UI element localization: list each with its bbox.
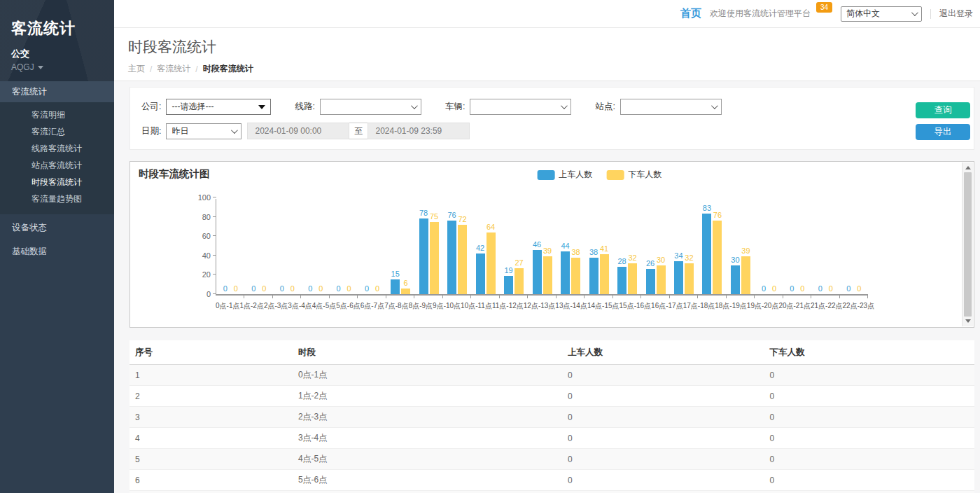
date-from-input[interactable]: 2024-01-09 00:00 (247, 123, 349, 139)
bar-value: 30 (657, 256, 665, 264)
search-button[interactable]: 查询 (916, 102, 970, 118)
bar-上车人数-14点-15点[interactable]: 28 (617, 267, 626, 294)
bar-上车人数-16点-17点[interactable]: 34 (674, 261, 683, 294)
table-row-3[interactable]: 32点-3点00 (130, 407, 974, 428)
sidebar-item-base-data[interactable]: 基础数据 (0, 239, 114, 263)
bar-value: 27 (514, 258, 523, 267)
bar-value: 76 (447, 211, 456, 219)
bar-value: 34 (674, 251, 682, 260)
bar-value: 6 (404, 279, 408, 287)
bar-上车人数-7点-8点[interactable]: 78 (419, 218, 428, 294)
company-select[interactable]: ---请选择--- (166, 99, 271, 115)
sidebar-item-客流明细[interactable]: 客流明细 (0, 106, 114, 123)
bar-下车人数-12点-13点[interactable]: 38 (571, 258, 580, 294)
scroll-up-icon[interactable] (965, 166, 971, 169)
chart-scrollbar[interactable] (962, 162, 973, 326)
logout-link[interactable]: 退出登录 (939, 8, 973, 20)
bar-value: 44 (561, 242, 569, 250)
bar-下车人数-15点-16点[interactable]: 30 (657, 265, 666, 294)
chart-panel: 时段车流统计图 上车人数下车人数 02040608010000000000000… (130, 161, 974, 328)
notification-badge[interactable]: 34 (816, 2, 832, 13)
line-select[interactable] (320, 99, 421, 115)
bar-下车人数-16点-17点[interactable]: 32 (685, 263, 694, 294)
bar-value: 0 (223, 284, 227, 293)
table-row-1[interactable]: 10点-1点00 (130, 365, 974, 386)
bar-上车人数-15点-16点[interactable]: 26 (646, 269, 655, 294)
legend-item-上车人数[interactable]: 上车人数 (537, 169, 592, 181)
language-select-value: 简体中文 (846, 8, 880, 20)
legend-item-下车人数[interactable]: 下车人数 (606, 169, 662, 181)
scrollbar-thumb[interactable] (964, 172, 972, 317)
x-axis-label-11点-12点: 11点-12点 (492, 301, 524, 311)
column-header-boarding: 上车人数 (562, 340, 764, 365)
bar-下车人数-6点-7点[interactable]: 6 (401, 289, 410, 294)
bar-下车人数-13点-14点[interactable]: 41 (600, 254, 609, 294)
bar-上车人数-12点-13点[interactable]: 44 (561, 251, 570, 294)
table-row-4[interactable]: 43点-4点00 (130, 428, 974, 449)
triangle-down-icon (258, 105, 265, 109)
sidebar-item-时段客流统计[interactable]: 时段客流统计 (0, 174, 114, 190)
chart-group-2点-3点: 00 (273, 197, 301, 294)
table-row-7[interactable]: 76点-7点156 (130, 491, 974, 493)
bar-下车人数-17点-18点[interactable]: 76 (713, 221, 722, 294)
bar-下车人数-18点-19点[interactable]: 39 (741, 256, 750, 294)
x-axis-label-9点-10点: 9点-10点 (433, 301, 461, 311)
bar-上车人数-18点-19点[interactable]: 30 (731, 265, 740, 294)
bar-value: 0 (375, 284, 379, 293)
sidebar-section-passenger-stats[interactable]: 客流统计 (0, 81, 114, 102)
bar-上车人数-9点-10点[interactable]: 42 (476, 254, 485, 294)
sidebar-item-站点客流统计[interactable]: 站点客流统计 (0, 157, 114, 174)
scroll-down-icon[interactable] (965, 319, 971, 323)
table-cell: 0 (764, 428, 974, 449)
bar-上车人数-8点-9点[interactable]: 76 (447, 221, 456, 294)
station-select[interactable] (620, 99, 722, 115)
chart-group-4点-5点: 00 (330, 197, 358, 294)
bar-上车人数-17点-18点[interactable]: 83 (702, 214, 711, 294)
app-title: 客流统计 (11, 18, 114, 39)
chart-group-17点-18点: 8376 (698, 197, 726, 294)
chart-group-3点-4点: 00 (301, 197, 329, 294)
breadcrumb-home[interactable]: 主页 (128, 63, 145, 75)
date-preset-select[interactable]: 昨日 (166, 123, 241, 139)
bar-value: 0 (365, 284, 369, 293)
bar-value: 38 (571, 248, 580, 256)
chart-group-21点-22点: 00 (811, 197, 839, 294)
x-axis-label-5点-6点: 5点-6点 (336, 301, 360, 311)
org-selector[interactable]: AQGJ (11, 62, 114, 72)
table-cell: 0 (562, 428, 764, 449)
bar-下车人数-7点-8点[interactable]: 75 (430, 222, 439, 295)
bar-value: 0 (308, 284, 312, 293)
sidebar-item-线路客流统计[interactable]: 线路客流统计 (0, 140, 114, 157)
export-button[interactable]: 导出 (916, 124, 970, 140)
bar-下车人数-11点-12点[interactable]: 39 (543, 256, 552, 294)
bar-下车人数-8点-9点[interactable]: 72 (458, 225, 467, 294)
date-to-input[interactable]: 2024-01-09 23:59 (368, 123, 470, 139)
table-row-2[interactable]: 21点-2点00 (130, 386, 974, 407)
bar-value: 0 (772, 284, 776, 293)
main-area: 首页 欢迎使用客流统计管理平台 34 简体中文 退出登录 时段客流统计 主页 /… (114, 0, 980, 493)
bar-下车人数-9点-10点[interactable]: 64 (486, 232, 496, 294)
table-cell: 0 (562, 365, 764, 386)
bar-下车人数-14点-15点[interactable]: 32 (628, 263, 637, 294)
home-link[interactable]: 首页 (680, 7, 701, 20)
vehicle-select[interactable] (470, 99, 571, 115)
table-cell: 0 (764, 449, 974, 470)
table-row-6[interactable]: 65点-6点00 (130, 470, 974, 491)
bar-上车人数-11点-12点[interactable]: 46 (533, 250, 542, 294)
bar-上车人数-13点-14点[interactable]: 38 (589, 258, 598, 294)
language-select[interactable]: 简体中文 (841, 6, 922, 22)
table-cell: 0 (562, 470, 764, 491)
table-row-5[interactable]: 54点-5点00 (130, 449, 974, 470)
bar-上车人数-6点-7点[interactable]: 15 (391, 279, 400, 294)
bar-下车人数-10点-11点[interactable]: 27 (514, 268, 524, 294)
sidebar-item-device-status[interactable]: 设备状态 (0, 216, 114, 239)
bar-value: 72 (458, 215, 466, 223)
filter-panel: 公司: ---请选择--- 线路: 车辆: (130, 87, 974, 150)
sidebar-item-客流量趋势图[interactable]: 客流量趋势图 (0, 190, 114, 207)
y-axis-label-20: 20 (190, 270, 211, 279)
sidebar-item-客流汇总[interactable]: 客流汇总 (0, 123, 114, 140)
table-cell: 15 (562, 491, 764, 493)
bar-上车人数-10点-11点[interactable]: 19 (504, 276, 513, 294)
breadcrumb-passenger-stats[interactable]: 客流统计 (157, 63, 190, 75)
chart-group-19点-20点: 00 (755, 197, 783, 294)
